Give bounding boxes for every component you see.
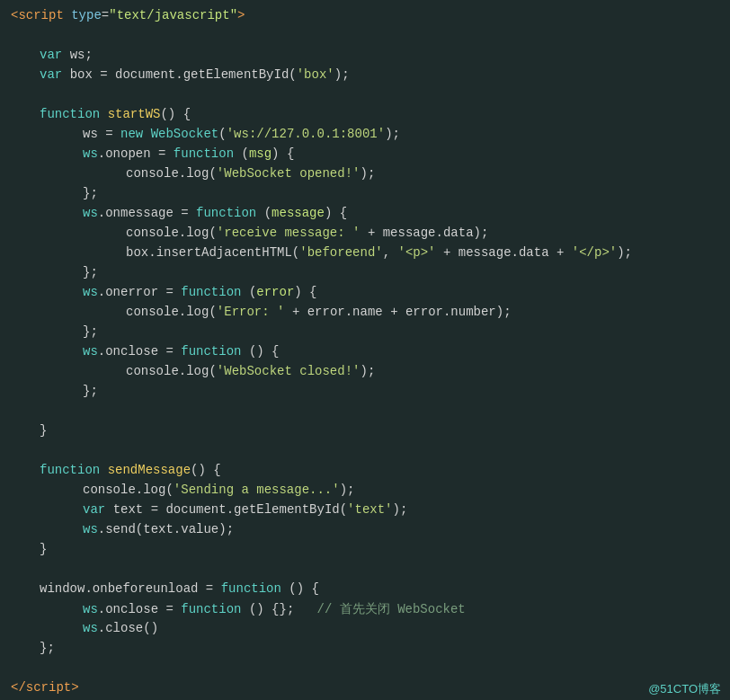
line-30: window.onbeforeunload = function () { (0, 580, 730, 600)
line-14: }; (0, 264, 730, 284)
code-container: <script type="text/javascript"> var ws; … (0, 0, 730, 700)
code-line-1: <script type="text/javascript"> (0, 8, 245, 22)
line-29 (0, 561, 730, 580)
line-6: function startWS() { (0, 106, 730, 126)
line-12: console.log('receive message: ' + messag… (0, 225, 730, 244)
line-31: ws.onclose = function () {}; // 首先关闭 Web… (0, 600, 730, 620)
line-16: console.log('Error: ' + error.name + err… (0, 304, 730, 323)
line-27: ws.send(text.value); (0, 521, 730, 541)
line-4: var box = document.getElementById('box')… (0, 66, 730, 86)
watermark: @51CTO博客 (648, 681, 721, 697)
line-5 (0, 86, 730, 106)
line-15: ws.onerror = function (error) { (0, 284, 730, 304)
line-26: var text = document.getElementById('text… (0, 501, 730, 521)
line-17: }; (0, 323, 730, 343)
line-28: } (0, 541, 730, 561)
line-33: }; (0, 640, 730, 660)
line-25: console.log('Sending a message...'); (0, 482, 730, 501)
line-18: ws.onclose = function () { (0, 343, 730, 363)
line-34 (0, 660, 730, 679)
line-1: <script type="text/javascript"> (0, 7, 730, 27)
line-7: ws = new WebSocket('ws://127.0.0.1:8001'… (0, 126, 730, 146)
line-19: console.log('WebSocket closed!'); (0, 363, 730, 383)
line-20: }; (0, 383, 730, 403)
line-35: </script> (0, 679, 730, 699)
line-3: var ws; (0, 47, 730, 66)
line-32: ws.close() (0, 620, 730, 640)
line-13: box.insertAdjacentHTML('beforeend', '<p>… (0, 244, 730, 264)
line-8: ws.onopen = function (msg) { (0, 146, 730, 165)
line-21 (0, 403, 730, 422)
line-2 (0, 27, 730, 47)
line-10: }; (0, 185, 730, 205)
line-23 (0, 442, 730, 462)
line-9: console.log('WebSocket opened!'); (0, 165, 730, 185)
line-24: function sendMessage() { (0, 462, 730, 482)
line-22: } (0, 422, 730, 442)
line-11: ws.onmessage = function (message) { (0, 205, 730, 225)
